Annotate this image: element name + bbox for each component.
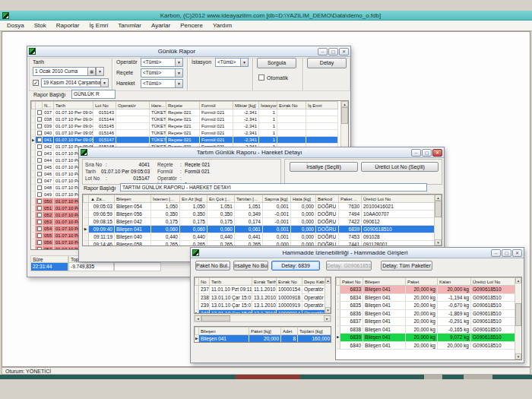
table-row[interactable]: 04001.07.10 Per 09:05:00015146TÜKETİReçe… — [32, 130, 338, 137]
column-header[interactable] — [84, 195, 89, 203]
menu-ayarlar[interactable]: Ayarlar — [151, 22, 170, 29]
menu-tanimlar[interactable]: Tanımlar — [118, 22, 141, 29]
row-checkbox[interactable] — [37, 124, 42, 128]
column-header[interactable]: Formül — [200, 102, 233, 109]
irsaliye-no-bul-button[interactable]: İrsaliye No Bul... — [233, 261, 268, 271]
column-header[interactable]: Paket No — [340, 278, 363, 286]
row-checkbox[interactable] — [37, 192, 42, 197]
close-icon[interactable]: ✕ — [432, 149, 442, 157]
column-header[interactable]: Adet — [281, 328, 298, 335]
scroll-thumb[interactable] — [435, 201, 442, 217]
column-header[interactable]: Evrak No — [277, 278, 302, 286]
detay-paket-button[interactable]: Detay: 6839 — [271, 261, 320, 271]
irsaliye-secili-button[interactable]: İrsaliye (Seçili) — [290, 162, 358, 172]
table-row[interactable]: 6840Bileşen 04120,000 kg20,000 kgG090618… — [337, 341, 517, 350]
row-checkbox[interactable] — [37, 179, 42, 183]
column-header[interactable]: Tarih — [210, 278, 252, 286]
menu-dosya[interactable]: Dosya — [7, 22, 24, 29]
row-checkbox[interactable] — [37, 172, 42, 176]
menu-raporlar[interactable]: Raporlar — [56, 22, 80, 29]
row-checkbox[interactable] — [37, 240, 42, 245]
column-header[interactable]: Reçete — [166, 102, 200, 109]
date-from-dropdown-icon[interactable]: ▼ — [96, 67, 104, 76]
column-header[interactable]: Operatör — [116, 102, 150, 109]
hammadde-paket-grid[interactable]: ▲ ▼ Paket NoBileşenPaketKalanÜretici Lot… — [335, 277, 522, 360]
date-to-checkbox[interactable]: ✓ — [33, 80, 39, 86]
column-header[interactable]: ▲ Za... — [89, 195, 115, 203]
row-checkbox[interactable] — [37, 213, 42, 217]
table-row[interactable]: 23813.01.10 Çar 15:01:2813.1.20101000091… — [195, 293, 327, 302]
table-row[interactable]: 6834Bileşen 04120,000 kg-1,194 kgG090618… — [337, 293, 517, 302]
column-header[interactable]: Bileşen — [199, 328, 249, 335]
column-header[interactable]: Paket — [406, 278, 438, 286]
column-header[interactable]: İstenen [... — [151, 195, 180, 203]
otomatik-checkbox[interactable] — [258, 74, 264, 81]
scroll-down-icon[interactable]: ▼ — [515, 353, 521, 359]
uretici-lot-secili-button[interactable]: Üretici Lot No (Seçili) — [361, 162, 439, 172]
scroll-right-icon[interactable]: ► — [324, 315, 331, 321]
menu-pencere[interactable]: Pencere — [180, 22, 203, 29]
row-checkbox[interactable] — [37, 110, 42, 115]
paket-no-bul-button[interactable]: Paket No Bul... — [195, 261, 230, 271]
table-row[interactable]: 03701.07.10 Per 09:04:38015143TÜKETİReçe… — [32, 109, 338, 116]
gunluk-titlebar[interactable]: Günlük Rapor – ▢ ✕ — [27, 46, 350, 57]
scroll-thumb[interactable] — [201, 315, 230, 321]
tartim-titlebar[interactable]: Tartım Günlük Raporu - Hareket Detayı – … — [79, 147, 444, 158]
table-row[interactable]: ▶24013.01.10 Çar 15:09:1413.1.2010100009… — [195, 309, 327, 314]
column-header[interactable]: Evrak Tarih — [252, 278, 277, 286]
date-to-field[interactable]: 19 Kasım 2014 Çarşamba — [41, 78, 101, 87]
scroll-up-icon[interactable]: ▲ — [515, 277, 521, 283]
close-icon[interactable]: ✕ — [512, 249, 522, 257]
menu-yardim[interactable]: Yardım — [213, 22, 232, 29]
table-row[interactable]: 09:08:15Bileşen 0420,1750,1750,1750,174-… — [84, 218, 435, 226]
column-header[interactable]: En Çok [... — [207, 195, 235, 203]
tartim-grid-scrollbar[interactable]: ▲ ▼ — [434, 195, 442, 245]
table-row[interactable]: ▶09:09:40Bileşen 0410,0600,0600,0600,061… — [84, 226, 435, 233]
table-row[interactable]: ▶04101.07.10 Per 09:05:03015147TÜKETİReç… — [32, 137, 338, 144]
scroll-up-icon[interactable]: ▲ — [435, 195, 442, 201]
hammadde-titlebar[interactable]: Hammadde İzlenebilirliği - Hammadde Giri… — [191, 248, 524, 258]
rapor-basligi-input[interactable]: TARTIM GÜNLÜK RAPORU - HAREKET DETAYI — [120, 183, 427, 192]
table-row[interactable]: 23711.01.10 Pzt 09:11:0611.1.20101000015… — [195, 286, 327, 294]
row-checkbox[interactable] — [37, 144, 42, 149]
giris-grid-hscrollbar[interactable]: ◄ ► — [194, 315, 331, 322]
row-checkbox[interactable] — [37, 131, 42, 135]
column-header[interactable]: Paket ... — [339, 195, 362, 203]
row-checkbox[interactable] — [37, 138, 42, 142]
recete-combo[interactable]: <Tümü>▼ — [141, 68, 183, 78]
scroll-left-icon[interactable]: ◄ — [195, 315, 201, 321]
table-row[interactable]: 6836Bileşen 04120,000 kg-1,869 kgG090618… — [337, 309, 517, 318]
column-header[interactable]: Paket [kg] — [249, 328, 281, 335]
table-row[interactable]: ▶Bileşen 04120,0008160,000 — [195, 335, 332, 344]
sorgula-button[interactable]: Sorgula — [257, 58, 296, 68]
maximize-icon[interactable]: ▢ — [328, 48, 338, 55]
column-header[interactable]: Evrak No — [277, 102, 306, 109]
table-row[interactable]: 6838Bileşen 04120,000 kg-0,165 kgG090618… — [337, 325, 517, 334]
column-header[interactable]: Miktar [kg] — [233, 102, 259, 109]
table-row[interactable]: 6833Bileşen 04120,000 kg20,000 kgG090618… — [337, 286, 517, 294]
maximize-icon[interactable]: ▢ — [422, 149, 432, 157]
column-header[interactable]: İstasyon — [259, 102, 277, 109]
calendar-icon[interactable]: ▦ — [87, 67, 96, 76]
table-row[interactable]: 09:05:03Bileşen 0541,0501,0501,0511,0510… — [84, 203, 435, 211]
table-row[interactable]: 09:14:46Bileşen 0580,2650,2650,2650,2650… — [84, 241, 435, 247]
scroll-down-icon[interactable]: ▼ — [325, 307, 331, 313]
operator-combo[interactable]: <Tümü>▼ — [141, 58, 183, 67]
row-checkbox[interactable] — [37, 247, 42, 250]
tartim-grid[interactable]: ▲ ▼ ▲ Za...Bileşenİstenen [...En Az [kg]… — [82, 194, 442, 246]
paket-grid-scrollbar[interactable]: ▲ ▼ — [515, 277, 521, 359]
row-checkbox[interactable] — [37, 158, 42, 163]
hammadde-bilesen-grid[interactable]: BileşenPaket [kg]AdetToplam [kg]▶Bileşen… — [194, 326, 331, 343]
table-row[interactable]: 23913.01.10 Çar 15:07:2013.1.20101000091… — [195, 302, 327, 310]
column-header[interactable]: Depo Kabul — [302, 278, 327, 286]
column-header[interactable]: Üretici Lot No — [471, 278, 517, 286]
table-row[interactable]: 03801.07.10 Per 09:04:41015144TÜKETİReçe… — [32, 116, 338, 123]
rapor-basligi-input[interactable]: GÜNLÜK R — [71, 90, 116, 99]
table-row[interactable]: 09:06:59Bileşen 0560,3500,3500,3500,349-… — [84, 211, 435, 218]
scroll-track[interactable] — [230, 315, 324, 321]
minimize-icon[interactable]: – — [491, 249, 501, 257]
table-row[interactable]: 03901.07.10 Per 09:04:44015145TÜKETİReçe… — [32, 123, 338, 130]
minimize-icon[interactable]: – — [318, 48, 328, 55]
table-row[interactable]: 6837Bileşen 04120,000 kg-0,291 kgG090618… — [337, 318, 517, 326]
scroll-up-icon[interactable]: ▲ — [325, 277, 331, 283]
